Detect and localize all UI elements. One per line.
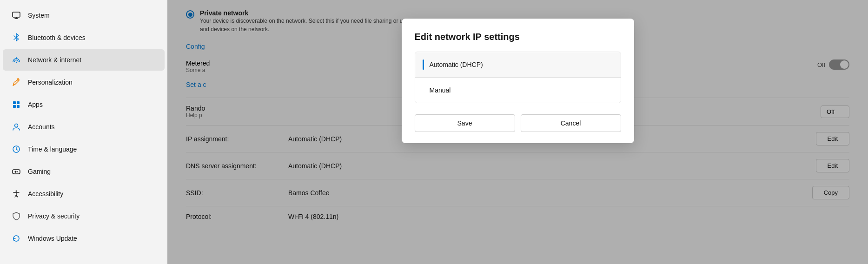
time-icon [11, 144, 21, 154]
manual-option-label: Manual [430, 86, 451, 94]
sidebar-item-update[interactable]: Windows Update [3, 228, 165, 249]
svg-rect-0 [13, 12, 20, 17]
sidebar-item-accounts[interactable]: Accounts [3, 116, 165, 138]
sidebar-item-label: Gaming [28, 168, 51, 175]
svg-point-10 [15, 124, 18, 127]
ip-option-dhcp[interactable]: Automatic (DHCP) [415, 52, 621, 78]
ip-options-list: Automatic (DHCP) Manual [415, 52, 621, 103]
gaming-icon [11, 166, 21, 177]
sidebar-item-label: Accessibility [28, 190, 63, 198]
modal-actions: Save Cancel [415, 114, 621, 132]
svg-rect-9 [17, 105, 20, 108]
dhcp-selected-indicator [423, 59, 424, 70]
sidebar-item-label: Time & language [28, 145, 77, 153]
privacy-icon [11, 211, 21, 221]
svg-rect-7 [17, 101, 20, 104]
system-icon [11, 10, 21, 20]
svg-rect-8 [13, 105, 16, 108]
sidebar: System Bluetooth & devices Network & int… [0, 0, 167, 264]
sidebar-item-personalization[interactable]: Personalization [3, 72, 165, 93]
sidebar-item-gaming[interactable]: Gaming [3, 161, 165, 182]
sidebar-item-system[interactable]: System [3, 5, 165, 26]
modal-title: Edit network IP settings [415, 32, 621, 42]
network-icon [11, 55, 21, 65]
svg-point-16 [16, 191, 17, 192]
modal-save-button[interactable]: Save [415, 114, 515, 132]
personalization-icon [11, 77, 21, 87]
update-icon [11, 233, 21, 244]
modal-overlay: Edit network IP settings Automatic (DHCP… [167, 0, 868, 264]
edit-network-modal: Edit network IP settings Automatic (DHCP… [402, 19, 634, 143]
ip-option-manual[interactable]: Manual [415, 78, 621, 103]
modal-cancel-button[interactable]: Cancel [521, 114, 621, 132]
svg-point-3 [16, 62, 17, 63]
sidebar-item-label: Apps [28, 101, 43, 108]
sidebar-item-label: Privacy & security [28, 212, 80, 220]
bluetooth-icon [11, 33, 21, 43]
svg-rect-6 [13, 101, 16, 104]
accessibility-icon [11, 189, 21, 199]
apps-icon [11, 99, 21, 110]
sidebar-item-privacy[interactable]: Privacy & security [3, 205, 165, 227]
main-content: Private network Your device is discovera… [167, 0, 868, 264]
sidebar-item-label: Accounts [28, 123, 55, 131]
sidebar-item-accessibility[interactable]: Accessibility [3, 183, 165, 205]
manual-selected-indicator [423, 85, 424, 95]
svg-point-15 [17, 172, 18, 172]
sidebar-item-apps[interactable]: Apps [3, 94, 165, 115]
sidebar-item-time[interactable]: Time & language [3, 139, 165, 160]
sidebar-item-bluetooth[interactable]: Bluetooth & devices [3, 27, 165, 48]
sidebar-item-label: Personalization [28, 79, 73, 86]
accounts-icon [11, 122, 21, 132]
sidebar-item-label: Windows Update [28, 235, 77, 242]
sidebar-item-network[interactable]: Network & internet [3, 49, 165, 71]
dhcp-option-label: Automatic (DHCP) [430, 61, 483, 68]
sidebar-item-label: System [28, 12, 50, 19]
sidebar-item-label: Network & internet [28, 56, 81, 64]
sidebar-item-label: Bluetooth & devices [28, 34, 86, 41]
